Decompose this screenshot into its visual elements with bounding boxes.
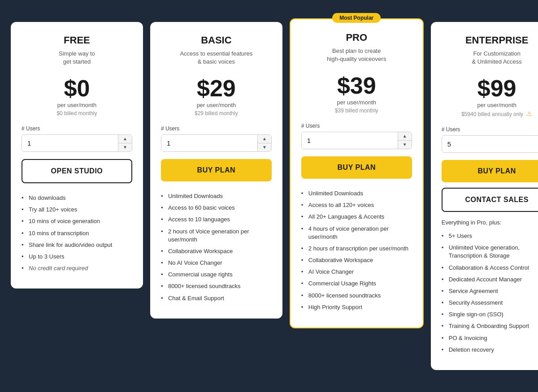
feature-item-enterprise-5: Security Assessment [442, 297, 538, 309]
feature-item-enterprise-0: 5+ Users [442, 230, 538, 242]
pricing-grid: FREESimple way toget started$0per user/m… [7, 18, 531, 374]
plan-name-enterprise: ENTERPRISE [442, 34, 538, 46]
feature-item-enterprise-2: Collaboration & Access Control [442, 262, 538, 274]
feature-item-pro-0: Unlimited Downloads [301, 188, 412, 199]
users-increment-pro[interactable]: ▲ [398, 132, 412, 141]
most-popular-badge: Most Popular [332, 13, 381, 23]
contact-sales-button[interactable]: CONTACT SALES [442, 188, 538, 212]
users-spinner-free: ▲ ▼ [118, 135, 132, 151]
users-input-wrap-pro: ▲ ▼ [301, 132, 412, 149]
feature-item-enterprise-4: Service Agreement [442, 285, 538, 297]
users-input-wrap-basic: ▲ ▼ [161, 134, 272, 152]
feature-item-pro-1: Access to all 120+ voices [301, 199, 412, 211]
users-decrement-free[interactable]: ▼ [118, 143, 132, 151]
feature-item-enterprise-8: PO & Invoicing [442, 332, 538, 344]
feature-item-free-0: No downloads [22, 192, 132, 204]
cta-button-free[interactable]: OPEN STUDIO [22, 159, 132, 183]
feature-item-pro-7: Commercial Usage Rights [301, 278, 412, 289]
users-spinner-pro: ▲ ▼ [398, 132, 412, 149]
feature-item-basic-2: Access to 10 languages [161, 214, 272, 225]
feature-item-pro-8: 8000+ licensed soundtracks [301, 290, 412, 302]
feature-item-basic-5: No AI Voice Changer [161, 257, 272, 269]
feature-item-free-3: 10 mins of transcription [22, 228, 132, 239]
feature-item-enterprise-3: Dedicated Account Manager [442, 274, 538, 285]
users-input-basic[interactable] [161, 135, 257, 151]
users-input-free[interactable] [22, 135, 118, 151]
plan-price-enterprise: $99 [442, 77, 538, 100]
plan-desc-enterprise: For Customization& Unlimited Access [442, 50, 538, 69]
plan-name-basic: BASIC [161, 34, 272, 46]
feature-item-basic-3: 2 hours of Voice generation per user/mon… [161, 226, 272, 246]
feature-item-basic-4: Collaborative Workspace [161, 246, 272, 257]
users-input-enterprise[interactable] [442, 136, 538, 152]
plan-price-sub-pro: per user/month [301, 99, 412, 106]
plan-card-enterprise: ENTERPRISEFor Customization& Unlimited A… [431, 22, 538, 370]
cta-button-enterprise[interactable]: BUY PLAN [442, 160, 538, 182]
plan-card-basic: BASICAccess to essential features& basic… [150, 22, 282, 319]
plan-card-pro: Most PopularPROBest plan to createhigh-q… [290, 18, 424, 328]
feature-item-free-4: Share link for audio/video output [22, 239, 132, 251]
features-list-pro: Unlimited DownloadsAccess to all 120+ vo… [301, 188, 412, 313]
features-list-free: No downloadsTry all 120+ voices10 mins o… [22, 192, 132, 274]
users-decrement-pro[interactable]: ▼ [398, 141, 412, 149]
warning-icon: ⚠ [526, 110, 532, 117]
feature-item-basic-6: Commercial usage rights [161, 269, 272, 280]
users-decrement-basic[interactable]: ▼ [258, 143, 271, 151]
plan-price-free: $0 [22, 77, 132, 100]
feature-item-pro-5: Collaborative Workspace [301, 254, 412, 266]
enterprise-intro: Everything in Pro, plus: [442, 219, 538, 226]
feature-item-enterprise-6: Single sign-on (SSO) [442, 309, 538, 320]
feature-item-pro-2: All 20+ Languages & Accents [301, 211, 412, 223]
users-input-wrap-enterprise: ▲ ▼ [442, 135, 538, 153]
users-label-free: # Users [22, 125, 132, 132]
users-label-basic: # Users [161, 125, 272, 132]
feature-item-pro-9: High Priority Support [301, 302, 412, 313]
feature-item-basic-0: Unlimited Downloads [161, 190, 272, 202]
plan-price-sub-basic: per user/month [161, 102, 272, 108]
feature-item-free-2: 10 mins of voice generation [22, 215, 132, 227]
users-label-pro: # Users [301, 123, 412, 129]
feature-item-pro-4: 2 hours of transcription per user/month [301, 243, 412, 254]
feature-item-basic-7: 8000+ licensed soundtracks [161, 280, 272, 292]
users-increment-free[interactable]: ▲ [118, 135, 132, 143]
users-section-basic: # Users ▲ ▼ [161, 125, 272, 152]
plan-billing-enterprise: $5940 billed annually only ⚠ [442, 110, 538, 117]
cta-button-basic[interactable]: BUY PLAN [161, 159, 272, 181]
feature-item-pro-6: AI Voice Changer [301, 266, 412, 278]
users-section-free: # Users ▲ ▼ [22, 125, 132, 152]
plan-price-pro: $39 [301, 74, 412, 97]
plan-billing-free: $0 billed monthly [22, 110, 132, 116]
feature-item-basic-8: Chat & Email Support [161, 293, 272, 304]
plan-price-sub-enterprise: per user/month [442, 102, 538, 108]
plan-desc-free: Simple way toget started [22, 50, 132, 69]
features-list-basic: Unlimited DownloadsAccess to 60 basic vo… [161, 190, 272, 304]
feature-item-enterprise-1: Unlimited Voice generation, Transcriptio… [442, 242, 538, 262]
feature-item-enterprise-7: Training & Onboarding Support [442, 320, 538, 332]
plan-billing-pro: $39 billed monthly [301, 108, 412, 114]
plan-price-sub-free: per user/month [22, 102, 132, 108]
users-spinner-basic: ▲ ▼ [257, 135, 271, 151]
users-section-pro: # Users ▲ ▼ [301, 123, 412, 149]
users-increment-basic[interactable]: ▲ [258, 135, 271, 143]
features-list-enterprise: 5+ UsersUnlimited Voice generation, Tran… [442, 230, 538, 356]
cta-button-pro[interactable]: BUY PLAN [301, 156, 412, 179]
feature-item-pro-3: 4 hours of voice generation per user/mon… [301, 223, 412, 243]
feature-item-basic-1: Access to 60 basic voices [161, 202, 272, 214]
users-input-wrap-free: ▲ ▼ [22, 134, 132, 152]
users-section-enterprise: # Users ▲ ▼ [442, 126, 538, 153]
feature-item-free-6: No credit card required [22, 263, 132, 274]
feature-item-free-5: Up to 3 Users [22, 251, 132, 263]
plan-desc-pro: Best plan to createhigh-quality voiceove… [301, 47, 412, 67]
plan-card-free: FREESimple way toget started$0per user/m… [11, 22, 143, 289]
plan-billing-basic: $29 billed monthly [161, 110, 272, 116]
plan-name-free: FREE [22, 34, 132, 46]
feature-item-enterprise-9: Deletion recovery [442, 344, 538, 356]
plan-price-basic: $29 [161, 77, 272, 100]
users-label-enterprise: # Users [442, 126, 538, 133]
feature-item-free-1: Try all 120+ voices [22, 204, 132, 215]
plan-name-pro: PRO [301, 32, 412, 43]
users-input-pro[interactable] [302, 132, 398, 149]
plan-desc-basic: Access to essential features& basic voic… [161, 50, 272, 69]
